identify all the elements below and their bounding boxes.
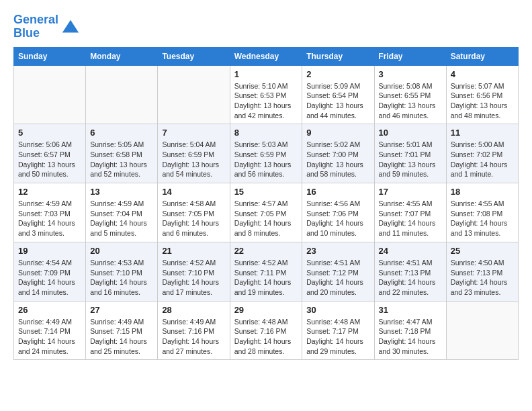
day-info: Sunrise: 4:52 AM Sunset: 7:11 PM Dayligh… [234, 258, 298, 298]
calendar-day-cell: 11Sunrise: 5:00 AM Sunset: 7:02 PM Dayli… [446, 124, 518, 183]
calendar-day-cell: 5Sunrise: 5:06 AM Sunset: 6:57 PM Daylig… [14, 124, 86, 183]
calendar-day-cell [446, 301, 518, 360]
day-number: 8 [234, 128, 298, 138]
day-number: 22 [234, 246, 298, 256]
day-number: 17 [379, 187, 442, 197]
day-info: Sunrise: 5:00 AM Sunset: 7:02 PM Dayligh… [451, 140, 514, 179]
weekday-header: Wednesday [230, 47, 302, 65]
calendar-body: 1Sunrise: 5:10 AM Sunset: 6:53 PM Daylig… [14, 65, 519, 360]
day-number: 23 [306, 246, 369, 256]
day-info: Sunrise: 4:47 AM Sunset: 7:18 PM Dayligh… [379, 317, 442, 357]
day-info: Sunrise: 5:06 AM Sunset: 6:57 PM Dayligh… [18, 140, 81, 179]
calendar-day-cell: 13Sunrise: 4:59 AM Sunset: 7:04 PM Dayli… [86, 183, 158, 242]
day-info: Sunrise: 5:04 AM Sunset: 6:59 PM Dayligh… [162, 140, 225, 179]
day-number: 21 [162, 246, 225, 256]
day-info: Sunrise: 4:53 AM Sunset: 7:10 PM Dayligh… [90, 258, 153, 298]
day-number: 4 [451, 69, 514, 79]
calendar-day-cell: 14Sunrise: 4:58 AM Sunset: 7:05 PM Dayli… [158, 183, 230, 242]
day-info: Sunrise: 4:49 AM Sunset: 7:16 PM Dayligh… [162, 317, 225, 357]
calendar-day-cell [86, 65, 158, 124]
day-number: 30 [306, 305, 369, 315]
calendar-week-row: 1Sunrise: 5:10 AM Sunset: 6:53 PM Daylig… [14, 65, 519, 124]
day-info: Sunrise: 4:59 AM Sunset: 7:04 PM Dayligh… [90, 199, 153, 238]
day-number: 26 [18, 305, 81, 315]
day-number: 16 [306, 187, 369, 197]
calendar-day-cell: 21Sunrise: 4:52 AM Sunset: 7:10 PM Dayli… [158, 242, 230, 301]
calendar-day-cell: 29Sunrise: 4:48 AM Sunset: 7:16 PM Dayli… [230, 301, 302, 360]
day-number: 9 [306, 128, 369, 138]
calendar-week-row: 19Sunrise: 4:54 AM Sunset: 7:09 PM Dayli… [14, 242, 519, 301]
day-number: 12 [18, 187, 81, 197]
day-info: Sunrise: 5:05 AM Sunset: 6:58 PM Dayligh… [90, 140, 153, 179]
day-info: Sunrise: 4:58 AM Sunset: 7:05 PM Dayligh… [162, 199, 225, 238]
calendar-week-row: 5Sunrise: 5:06 AM Sunset: 6:57 PM Daylig… [14, 124, 519, 183]
calendar-table: SundayMondayTuesdayWednesdayThursdayFrid… [13, 47, 519, 361]
weekday-header: Monday [86, 47, 158, 65]
calendar-day-cell: 24Sunrise: 4:51 AM Sunset: 7:13 PM Dayli… [374, 242, 446, 301]
day-number: 25 [451, 246, 514, 256]
day-number: 1 [234, 69, 298, 79]
calendar-day-cell: 20Sunrise: 4:53 AM Sunset: 7:10 PM Dayli… [86, 242, 158, 301]
day-number: 20 [90, 246, 153, 256]
day-info: Sunrise: 4:56 AM Sunset: 7:06 PM Dayligh… [306, 199, 369, 238]
day-number: 2 [306, 69, 369, 79]
day-number: 31 [379, 305, 442, 315]
calendar-day-cell: 16Sunrise: 4:56 AM Sunset: 7:06 PM Dayli… [302, 183, 374, 242]
calendar-day-cell: 22Sunrise: 4:52 AM Sunset: 7:11 PM Dayli… [230, 242, 302, 301]
calendar-day-cell: 28Sunrise: 4:49 AM Sunset: 7:16 PM Dayli… [158, 301, 230, 360]
day-info: Sunrise: 4:50 AM Sunset: 7:13 PM Dayligh… [451, 258, 514, 298]
calendar-day-cell: 27Sunrise: 4:49 AM Sunset: 7:15 PM Dayli… [86, 301, 158, 360]
calendar-day-cell: 1Sunrise: 5:10 AM Sunset: 6:53 PM Daylig… [230, 65, 302, 124]
weekday-header: Sunday [14, 47, 86, 65]
day-number: 13 [90, 187, 153, 197]
day-number: 29 [234, 305, 298, 315]
calendar-header-row: SundayMondayTuesdayWednesdayThursdayFrid… [14, 47, 519, 65]
calendar-day-cell: 19Sunrise: 4:54 AM Sunset: 7:09 PM Dayli… [14, 242, 86, 301]
day-number: 3 [379, 69, 442, 79]
calendar-day-cell: 7Sunrise: 5:04 AM Sunset: 6:59 PM Daylig… [158, 124, 230, 183]
day-info: Sunrise: 5:01 AM Sunset: 7:01 PM Dayligh… [379, 140, 442, 179]
day-info: Sunrise: 4:48 AM Sunset: 7:16 PM Dayligh… [234, 317, 298, 357]
calendar-day-cell: 8Sunrise: 5:03 AM Sunset: 6:59 PM Daylig… [230, 124, 302, 183]
day-info: Sunrise: 4:51 AM Sunset: 7:12 PM Dayligh… [306, 258, 369, 298]
calendar-day-cell: 26Sunrise: 4:49 AM Sunset: 7:14 PM Dayli… [14, 301, 86, 360]
day-info: Sunrise: 4:54 AM Sunset: 7:09 PM Dayligh… [18, 258, 81, 298]
day-info: Sunrise: 5:10 AM Sunset: 6:53 PM Dayligh… [234, 81, 298, 121]
calendar-day-cell: 31Sunrise: 4:47 AM Sunset: 7:18 PM Dayli… [374, 301, 446, 360]
day-info: Sunrise: 4:59 AM Sunset: 7:03 PM Dayligh… [18, 199, 81, 238]
day-info: Sunrise: 5:08 AM Sunset: 6:55 PM Dayligh… [379, 81, 442, 121]
day-info: Sunrise: 4:49 AM Sunset: 7:14 PM Dayligh… [18, 317, 81, 357]
calendar-week-row: 26Sunrise: 4:49 AM Sunset: 7:14 PM Dayli… [14, 301, 519, 360]
day-info: Sunrise: 4:55 AM Sunset: 7:07 PM Dayligh… [379, 199, 442, 238]
calendar-week-row: 12Sunrise: 4:59 AM Sunset: 7:03 PM Dayli… [14, 183, 519, 242]
day-info: Sunrise: 4:51 AM Sunset: 7:13 PM Dayligh… [379, 258, 442, 298]
day-number: 5 [18, 128, 81, 138]
day-info: Sunrise: 5:07 AM Sunset: 6:56 PM Dayligh… [451, 81, 514, 121]
day-info: Sunrise: 5:02 AM Sunset: 7:00 PM Dayligh… [306, 140, 369, 179]
calendar-day-cell: 10Sunrise: 5:01 AM Sunset: 7:01 PM Dayli… [374, 124, 446, 183]
calendar-day-cell: 4Sunrise: 5:07 AM Sunset: 6:56 PM Daylig… [446, 65, 518, 124]
calendar-day-cell [14, 65, 86, 124]
day-number: 10 [379, 128, 442, 138]
day-number: 19 [18, 246, 81, 256]
weekday-header: Thursday [302, 47, 374, 65]
calendar-day-cell: 12Sunrise: 4:59 AM Sunset: 7:03 PM Dayli… [14, 183, 86, 242]
day-number: 6 [90, 128, 153, 138]
day-info: Sunrise: 4:49 AM Sunset: 7:15 PM Dayligh… [90, 317, 153, 357]
calendar-day-cell: 6Sunrise: 5:05 AM Sunset: 6:58 PM Daylig… [86, 124, 158, 183]
day-number: 15 [234, 187, 298, 197]
calendar-day-cell: 30Sunrise: 4:48 AM Sunset: 7:17 PM Dayli… [302, 301, 374, 360]
calendar-day-cell: 23Sunrise: 4:51 AM Sunset: 7:12 PM Dayli… [302, 242, 374, 301]
calendar-day-cell: 25Sunrise: 4:50 AM Sunset: 7:13 PM Dayli… [446, 242, 518, 301]
calendar-day-cell: 18Sunrise: 4:55 AM Sunset: 7:08 PM Dayli… [446, 183, 518, 242]
logo: General Blue [13, 13, 80, 40]
calendar-day-cell: 15Sunrise: 4:57 AM Sunset: 7:05 PM Dayli… [230, 183, 302, 242]
calendar-day-cell: 2Sunrise: 5:09 AM Sunset: 6:54 PM Daylig… [302, 65, 374, 124]
day-number: 7 [162, 128, 225, 138]
calendar-day-cell: 9Sunrise: 5:02 AM Sunset: 7:00 PM Daylig… [302, 124, 374, 183]
day-info: Sunrise: 5:03 AM Sunset: 6:59 PM Dayligh… [234, 140, 298, 179]
day-number: 11 [451, 128, 514, 138]
calendar-day-cell: 3Sunrise: 5:08 AM Sunset: 6:55 PM Daylig… [374, 65, 446, 124]
calendar-day-cell [158, 65, 230, 124]
day-info: Sunrise: 4:55 AM Sunset: 7:08 PM Dayligh… [451, 199, 514, 238]
